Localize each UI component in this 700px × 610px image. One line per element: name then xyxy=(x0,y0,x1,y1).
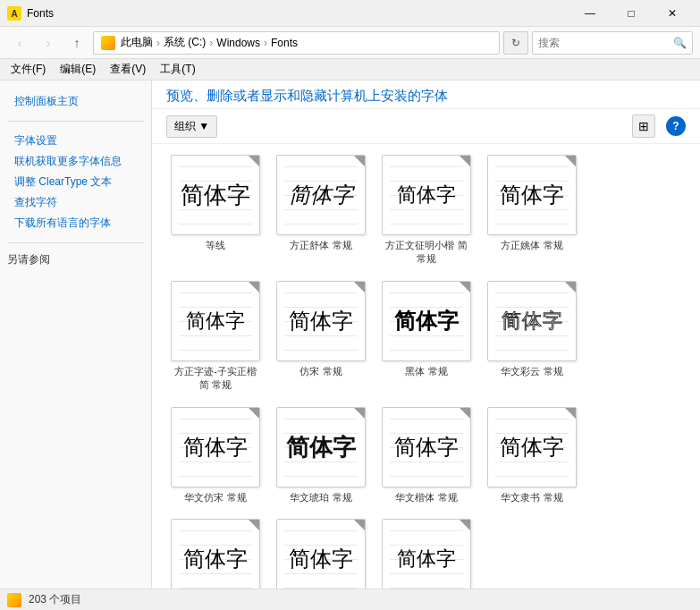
font-preview: 简体字 xyxy=(276,407,366,487)
font-item[interactable]: 简体字华文新魏 常规 xyxy=(377,515,476,589)
font-character: 简体字 xyxy=(394,310,459,332)
font-character: 简体字 xyxy=(183,436,248,458)
view-button[interactable]: ⊞ xyxy=(632,114,655,138)
sidebar-divider-2 xyxy=(7,242,144,243)
font-item[interactable]: 简体字华文楷体 常规 xyxy=(377,403,476,508)
menu-tools[interactable]: 工具(T) xyxy=(153,60,202,79)
sidebar-links-section: 字体设置 联机获取更多字体信息 调整 ClearType 文本 查找字符 下载所… xyxy=(0,127,151,237)
menu-view[interactable]: 查看(V) xyxy=(103,60,153,79)
font-preview: 简体字 xyxy=(382,407,471,487)
status-count: 203 个项目 xyxy=(29,592,81,607)
font-preview: 简体字 xyxy=(487,155,577,235)
content-area: 预览、删除或者显示和隐藏计算机上安装的字体 组织 ▼ ⊞ ? 简体字等线简体字方… xyxy=(152,80,700,589)
font-item[interactable]: 简体字华文仿宋 常规 xyxy=(166,403,265,508)
font-name-label: 方正舒体 常规 xyxy=(290,239,351,252)
breadcrumb-windows: Windows xyxy=(216,37,260,49)
font-name-label: 仿宋 常规 xyxy=(299,365,342,378)
maximize-button[interactable]: □ xyxy=(611,0,652,27)
back-button[interactable]: ‹ xyxy=(7,30,32,55)
font-name-label: 黑体 常规 xyxy=(405,365,447,378)
sidebar-home-section: 控制面板主页 xyxy=(0,88,151,115)
sidebar-divider-1 xyxy=(7,121,144,122)
content-toolbar: 组织 ▼ ⊞ ? xyxy=(152,109,700,144)
font-name-label: 方正姚体 常规 xyxy=(501,239,562,252)
font-character: 简体字 xyxy=(181,183,250,207)
font-item[interactable]: 简体字方正文征明小楷 简 常规 xyxy=(377,151,476,270)
font-item[interactable]: 简体字方正姚体 常规 xyxy=(483,151,581,270)
font-item[interactable]: 简体字黑体 常规 xyxy=(377,277,476,396)
content-title: 预览、删除或者显示和隐藏计算机上安装的字体 xyxy=(166,88,448,103)
font-item[interactable]: 简体字华文琥珀 常规 xyxy=(272,403,370,508)
font-name-label: 华文楷体 常规 xyxy=(395,491,457,504)
address-box[interactable]: 此电脑 › 系统 (C:) › Windows › Fonts xyxy=(93,31,500,55)
font-name-label: 华文彩云 常规 xyxy=(501,365,562,378)
sidebar-find-char[interactable]: 查找字符 xyxy=(7,192,144,213)
font-item[interactable]: 简体字方正字迹-子实正楷 简 常规 xyxy=(166,277,265,396)
font-item[interactable]: 简体字华文细黑 常规 xyxy=(272,515,370,589)
font-grid: 简体字等线简体字方正舒体 常规简体字方正文征明小楷 简 常规简体字方正姚体 常规… xyxy=(152,144,700,589)
font-item[interactable]: 简体字华文隶书 常规 xyxy=(483,403,581,508)
breadcrumb-drive: 系统 (C:) xyxy=(164,35,206,50)
font-character: 简体字 xyxy=(289,548,353,570)
font-name-label: 方正字迹-子实正楷 简 常规 xyxy=(170,365,261,393)
sidebar-font-settings[interactable]: 字体设置 xyxy=(7,131,144,151)
organize-button[interactable]: 组织 ▼ xyxy=(166,115,217,138)
title-bar: A Fonts — □ ✕ xyxy=(0,0,700,27)
breadcrumb-fonts: Fonts xyxy=(271,37,298,49)
svg-text:A: A xyxy=(11,9,17,19)
font-character: 简体字 xyxy=(397,185,456,205)
font-preview: 简体字 xyxy=(487,407,577,487)
font-character: 简体字 xyxy=(500,436,564,458)
address-bar: ‹ › ↑ 此电脑 › 系统 (C:) › Windows › Fonts ↻ … xyxy=(0,27,700,59)
menu-bar: 文件(F) 编辑(E) 查看(V) 工具(T) xyxy=(0,59,700,80)
sidebar-cleartype[interactable]: 调整 ClearType 文本 xyxy=(7,172,144,192)
font-preview: 简体字 xyxy=(171,281,260,361)
font-item[interactable]: 简体字仿宋 常规 xyxy=(272,277,370,396)
font-name-label: 华文琥珀 常规 xyxy=(290,491,351,504)
menu-edit[interactable]: 编辑(E) xyxy=(53,60,103,79)
font-preview: 简体字 xyxy=(276,155,366,235)
font-preview: 简体字 xyxy=(382,155,471,235)
font-preview: 简体字 xyxy=(382,519,471,589)
font-name-label: 华文仿宋 常规 xyxy=(184,491,246,504)
minimize-button[interactable]: — xyxy=(569,0,611,27)
app-icon: A xyxy=(7,6,21,21)
also-see-label: 另请参阅 xyxy=(0,249,151,271)
font-character: 简体字 xyxy=(289,310,353,332)
font-item[interactable]: 简体字方正舒体 常规 xyxy=(272,151,370,270)
sidebar-download-fonts[interactable]: 下载所有语言的字体 xyxy=(7,213,144,233)
search-input[interactable] xyxy=(538,37,673,49)
search-icon: 🔍 xyxy=(673,37,687,49)
window-controls: — □ ✕ xyxy=(569,0,693,27)
forward-button[interactable]: › xyxy=(36,30,61,55)
font-preview: 简体字 xyxy=(171,407,260,487)
font-name-label: 等线 xyxy=(206,239,225,252)
font-character: 简体字 xyxy=(286,436,356,459)
folder-icon xyxy=(101,36,115,50)
font-character: 简体字 xyxy=(394,436,459,458)
help-button[interactable]: ? xyxy=(666,116,686,136)
font-character: 简体字 xyxy=(502,311,563,331)
font-name-label: 华文隶书 常规 xyxy=(501,491,562,504)
font-character: 简体字 xyxy=(500,184,564,206)
search-box[interactable]: 🔍 xyxy=(532,31,693,55)
font-item[interactable]: 简体字等线 xyxy=(166,151,265,270)
menu-file[interactable]: 文件(F) xyxy=(4,60,53,79)
font-character: 简体字 xyxy=(183,548,248,570)
font-item[interactable]: 简体字华文宋体 常规 xyxy=(166,515,265,589)
refresh-button[interactable]: ↻ xyxy=(503,31,528,55)
main-layout: 控制面板主页 字体设置 联机获取更多字体信息 调整 ClearType 文本 查… xyxy=(0,80,700,589)
font-item[interactable]: 简体字华文彩云 常规 xyxy=(483,277,581,396)
content-header: 预览、删除或者显示和隐藏计算机上安装的字体 xyxy=(152,80,700,109)
sidebar-get-more-fonts[interactable]: 联机获取更多字体信息 xyxy=(7,151,144,172)
font-preview: 简体字 xyxy=(171,519,260,589)
font-preview: 简体字 xyxy=(171,155,260,235)
font-preview: 简体字 xyxy=(487,281,577,361)
close-button[interactable]: ✕ xyxy=(652,0,693,27)
status-bar: 203 个项目 xyxy=(0,589,700,610)
font-preview: 简体字 xyxy=(276,519,366,589)
breadcrumb: 此电脑 › 系统 (C:) › Windows › Fonts xyxy=(101,35,298,50)
sidebar-home-link[interactable]: 控制面板主页 xyxy=(7,91,144,112)
up-button[interactable]: ↑ xyxy=(64,30,89,55)
window-title: Fonts xyxy=(27,7,569,20)
